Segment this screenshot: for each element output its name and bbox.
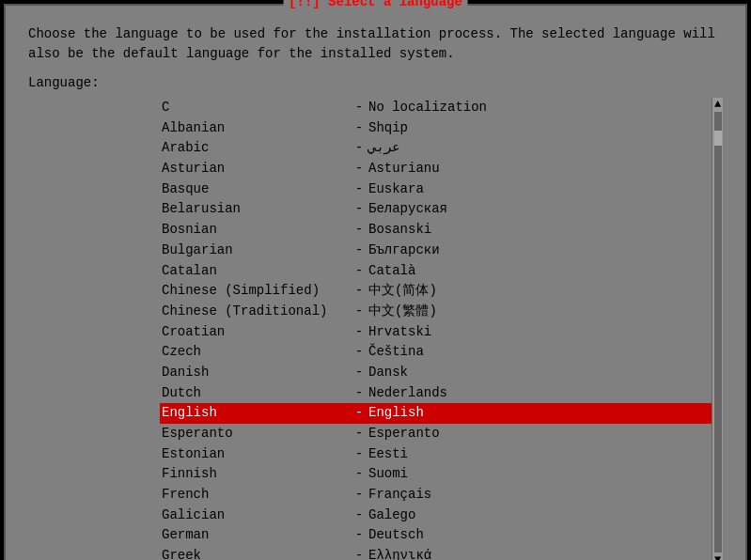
- language-list-item[interactable]: English-English: [160, 403, 712, 424]
- language-name: Albanian: [162, 118, 350, 139]
- scrollbar[interactable]: ▲ ▼: [712, 98, 723, 560]
- language-name: French: [162, 485, 350, 506]
- language-separator: -: [350, 506, 368, 526]
- language-separator: -: [350, 525, 368, 546]
- language-list[interactable]: C-No localizationAlbanian-ShqipArabic-عر…: [160, 98, 712, 560]
- language-separator: -: [350, 485, 368, 506]
- language-list-item[interactable]: Czech-Čeština: [160, 342, 712, 363]
- language-name: Czech: [162, 342, 350, 363]
- language-name: Greek: [162, 546, 350, 560]
- language-separator: -: [350, 546, 368, 560]
- language-list-item[interactable]: Chinese (Simplified)-中文(简体): [160, 281, 712, 302]
- language-list-item[interactable]: French-Français: [160, 485, 712, 506]
- language-list-item[interactable]: Asturian-Asturianu: [160, 159, 712, 179]
- language-list-item[interactable]: Belarusian-Беларуская: [160, 199, 712, 220]
- language-native-name: 中文(简体): [368, 281, 437, 302]
- language-separator: -: [350, 138, 368, 159]
- language-name: Basque: [162, 179, 350, 200]
- language-name: Bosnian: [162, 220, 350, 241]
- language-name: Bulgarian: [162, 241, 350, 261]
- dialog-box: [!!] Select a language Choose the langua…: [4, 4, 747, 560]
- language-native-name: Suomi: [368, 464, 408, 485]
- language-native-name: Français: [368, 485, 431, 506]
- language-name: Galician: [162, 506, 350, 526]
- language-name: Croatian: [162, 322, 350, 343]
- language-name: Belarusian: [162, 199, 350, 220]
- language-separator: -: [350, 159, 368, 179]
- language-list-item[interactable]: Bulgarian-Български: [160, 241, 712, 261]
- language-separator: -: [350, 261, 368, 282]
- language-separator: -: [350, 118, 368, 139]
- language-name: English: [162, 403, 350, 424]
- language-name: Estonian: [162, 444, 350, 465]
- language-separator: -: [350, 302, 368, 322]
- language-name: Catalan: [162, 261, 350, 282]
- language-native-name: Euskara: [368, 179, 424, 200]
- language-native-name: Esperanto: [368, 424, 440, 444]
- scroll-up-arrow[interactable]: ▲: [714, 99, 721, 110]
- language-list-item[interactable]: Danish-Dansk: [160, 363, 712, 383]
- language-separator: -: [350, 220, 368, 241]
- language-list-item[interactable]: Albanian-Shqip: [160, 118, 712, 139]
- language-native-name: عربي: [368, 138, 400, 159]
- language-list-item[interactable]: C-No localization: [160, 98, 712, 118]
- language-list-item[interactable]: Catalan-Català: [160, 261, 712, 282]
- language-list-item[interactable]: Galician-Galego: [160, 506, 712, 526]
- language-native-name: Čeština: [368, 342, 424, 363]
- language-native-name: Dansk: [368, 363, 408, 383]
- language-separator: -: [350, 179, 368, 200]
- language-list-item[interactable]: Basque-Euskara: [160, 179, 712, 200]
- language-list-item[interactable]: Arabic-عربي: [160, 138, 712, 159]
- language-native-name: Български: [368, 241, 440, 261]
- language-list-item[interactable]: Chinese (Traditional)-中文(繁體): [160, 302, 712, 322]
- language-list-item[interactable]: German-Deutsch: [160, 525, 712, 546]
- dialog-title: [!!] Select a language: [283, 0, 468, 9]
- language-list-item[interactable]: Bosnian-Bosanski: [160, 220, 712, 241]
- scroll-thumb[interactable]: [714, 131, 722, 146]
- language-name: Arabic: [162, 138, 350, 159]
- language-name: Asturian: [162, 159, 350, 179]
- language-native-name: Bosanski: [368, 220, 431, 241]
- language-native-name: Nederlands: [368, 383, 447, 404]
- language-name: C: [162, 98, 350, 118]
- language-separator: -: [350, 383, 368, 404]
- language-native-name: English: [368, 403, 424, 424]
- language-name: German: [162, 525, 350, 546]
- language-separator: -: [350, 322, 368, 343]
- language-native-name: No localization: [368, 98, 487, 118]
- language-separator: -: [350, 342, 368, 363]
- language-list-item[interactable]: Croatian-Hrvatski: [160, 322, 712, 343]
- language-native-name: Deutsch: [368, 525, 424, 546]
- language-native-name: Eesti: [368, 444, 408, 465]
- language-separator: -: [350, 98, 368, 118]
- language-list-item[interactable]: Greek-Ελληνικά: [160, 546, 712, 560]
- language-list-item[interactable]: Esperanto-Esperanto: [160, 424, 712, 444]
- language-native-name: Shqip: [368, 118, 408, 139]
- scroll-down-arrow[interactable]: ▼: [714, 554, 721, 560]
- language-name: Dutch: [162, 383, 350, 404]
- language-name: Chinese (Simplified): [162, 281, 350, 302]
- language-name: Danish: [162, 363, 350, 383]
- language-separator: -: [350, 199, 368, 220]
- description-text: Choose the language to be used for the i…: [28, 24, 723, 64]
- language-name: Esperanto: [162, 424, 350, 444]
- language-separator: -: [350, 424, 368, 444]
- language-separator: -: [350, 444, 368, 465]
- language-separator: -: [350, 464, 368, 485]
- language-list-item[interactable]: Dutch-Nederlands: [160, 383, 712, 404]
- language-separator: -: [350, 403, 368, 424]
- language-native-name: 中文(繁體): [368, 302, 437, 322]
- language-list-item[interactable]: Estonian-Eesti: [160, 444, 712, 465]
- language-separator: -: [350, 241, 368, 261]
- language-separator: -: [350, 281, 368, 302]
- language-native-name: Català: [368, 261, 415, 282]
- language-native-name: Hrvatski: [368, 322, 431, 343]
- language-name: Chinese (Traditional): [162, 302, 350, 322]
- language-list-item[interactable]: Finnish-Suomi: [160, 464, 712, 485]
- language-native-name: Galego: [368, 506, 415, 526]
- language-name: Finnish: [162, 464, 350, 485]
- language-separator: -: [350, 363, 368, 383]
- language-label: Language:: [28, 75, 723, 90]
- scroll-track: [714, 112, 722, 552]
- language-native-name: Asturianu: [368, 159, 440, 179]
